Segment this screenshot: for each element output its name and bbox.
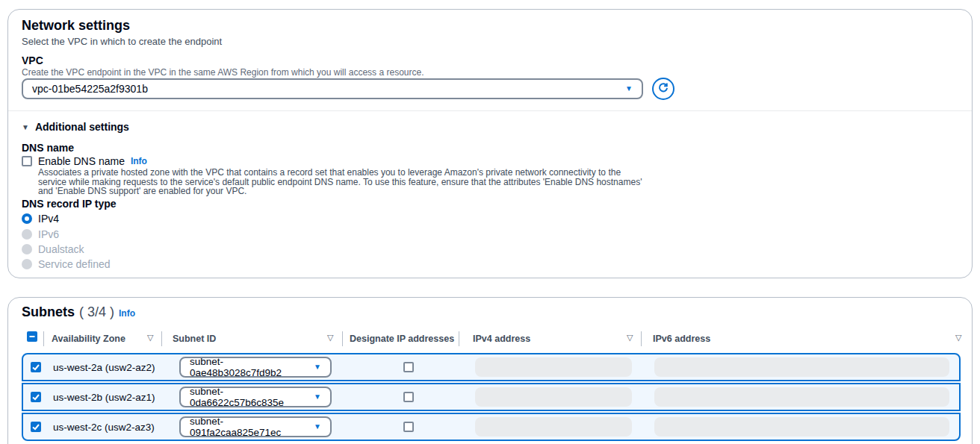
dns-record-ip-type-label: DNS record IP type (22, 198, 117, 210)
subnets-info-link[interactable]: Info (119, 308, 135, 319)
refresh-icon (657, 82, 669, 96)
availability-zone-cell: us-west-2a (usw2-az2) (53, 354, 155, 380)
availability-zone-cell: us-west-2b (usw2-az1) (53, 384, 155, 410)
col-ipv6-address: IPv6 address (653, 334, 710, 344)
network-settings-panel: Network settings Select the VPC in which… (7, 9, 973, 278)
radio-option-ipv6: IPv6 (22, 228, 59, 240)
header-divider (641, 331, 642, 346)
chevron-down-icon: ▼ (314, 393, 321, 401)
radio-option-ipv4[interactable]: IPv4 (22, 213, 59, 225)
radio-disabled-icon (22, 259, 32, 269)
subnet-id-select[interactable]: subnet-0ae48b3028c7fd9b2 ▼ (179, 357, 332, 378)
ipv4-address-field-disabled (475, 357, 632, 377)
ipv4-address-field-disabled (475, 387, 632, 407)
enable-dns-name-label: Enable DNS name (38, 155, 125, 167)
section-divider (8, 110, 972, 111)
radio-disabled-icon (22, 244, 32, 254)
expander-caret-icon: ▼ (22, 123, 29, 131)
ipv6-address-field-disabled (654, 357, 949, 377)
radio-label-service-defined: Service defined (38, 258, 111, 270)
ipv6-address-field-disabled (654, 387, 949, 407)
vpc-select[interactable]: vpc-01be54225a2f9301b ▼ (22, 78, 643, 99)
row-select-checkbox[interactable] (31, 422, 41, 432)
network-settings-title: Network settings (22, 18, 130, 34)
header-divider (459, 331, 459, 346)
sort-icon-subnet-id[interactable]: ▽ (327, 333, 333, 343)
designate-ip-checkbox[interactable] (403, 362, 414, 372)
designate-ip-checkbox[interactable] (403, 422, 414, 432)
refresh-button[interactable] (652, 78, 674, 100)
radio-label-dualstack: Dualstack (38, 243, 84, 255)
network-settings-subtitle: Select the VPC in which to create the en… (22, 36, 222, 47)
dns-name-info-link[interactable]: Info (131, 156, 147, 166)
table-row[interactable]: us-west-2c (usw2-az3) subnet-091fa2caa82… (22, 413, 961, 441)
radio-selected-icon (22, 213, 32, 224)
dns-name-description: Associates a private hosted zone with th… (38, 168, 646, 196)
subnet-id-select[interactable]: subnet-091fa2caa825e71ec ▼ (179, 416, 332, 437)
radio-option-dualstack: Dualstack (22, 243, 84, 255)
header-divider (43, 331, 44, 346)
chevron-down-icon: ▼ (314, 363, 321, 371)
radio-option-service-defined: Service defined (22, 258, 111, 270)
row-select-checkbox[interactable] (31, 392, 41, 402)
ipv4-address-field-disabled (475, 417, 632, 437)
enable-dns-name-checkbox[interactable] (22, 156, 32, 166)
subnet-id-select[interactable]: subnet-0da6622c57b6c835e ▼ (179, 387, 332, 407)
radio-label-ipv6: IPv6 (38, 228, 59, 240)
select-all-checkbox[interactable] (27, 331, 37, 342)
vpc-select-value: vpc-01be54225a2f9301b (32, 83, 148, 95)
radio-label-ipv4: IPv4 (38, 213, 59, 225)
col-subnet-id: Subnet ID (173, 334, 216, 344)
sort-icon-ipv4[interactable]: ▽ (627, 333, 633, 343)
col-designate-ip: Designate IP addresses (350, 334, 454, 344)
subnet-id-value: subnet-0da6622c57b6c835e (190, 386, 314, 408)
chevron-down-icon: ▼ (314, 423, 321, 431)
header-divider (342, 331, 343, 346)
additional-settings-label: Additional settings (35, 121, 129, 133)
sort-icon-availability-zone[interactable]: ▽ (147, 333, 153, 343)
row-select-checkbox[interactable] (31, 362, 41, 372)
subnets-count: ( 3/4 ) (79, 304, 114, 320)
subnets-panel: Subnets ( 3/4 ) Info Availability Zone ▽… (7, 297, 973, 444)
subnets-title: Subnets (22, 304, 75, 320)
col-availability-zone: Availability Zone (52, 334, 125, 344)
additional-settings-expander[interactable]: ▼ Additional settings (22, 121, 129, 133)
col-ipv4-address: IPv4 address (473, 334, 530, 344)
sort-icon-ipv6[interactable]: ▽ (955, 333, 961, 343)
subnet-id-value: subnet-0ae48b3028c7fd9b2 (190, 356, 314, 378)
table-row[interactable]: us-west-2b (usw2-az1) subnet-0da6622c57b… (22, 383, 961, 411)
vpc-label: VPC (22, 54, 43, 66)
radio-disabled-icon (22, 229, 32, 240)
header-divider (161, 331, 162, 346)
availability-zone-cell: us-west-2c (usw2-az3) (53, 414, 155, 440)
designate-ip-checkbox[interactable] (403, 392, 414, 402)
vpc-description: Create the VPC endpoint in the VPC in th… (22, 67, 424, 78)
subnet-id-value: subnet-091fa2caa825e71ec (190, 416, 314, 438)
ipv6-address-field-disabled (654, 417, 949, 437)
table-row[interactable]: us-west-2a (usw2-az2) subnet-0ae48b3028c… (22, 353, 961, 381)
chevron-down-icon: ▼ (625, 85, 633, 93)
dns-name-label: DNS name (22, 142, 74, 154)
